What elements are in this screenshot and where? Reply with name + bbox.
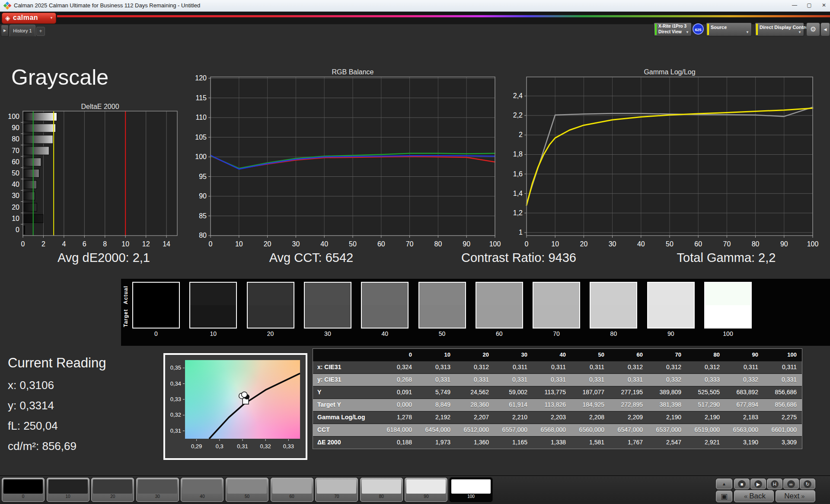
minimize-button[interactable]: — — [788, 0, 801, 11]
table-cell: 187,077 — [571, 386, 610, 399]
grayscale-pattern-button-90[interactable]: 90 — [405, 478, 447, 502]
table-cell: 0,331 — [417, 374, 456, 386]
svg-text:90: 90 — [780, 240, 788, 248]
grayscale-pattern-button-70[interactable]: 70 — [315, 478, 358, 502]
table-cell: 2,190 — [686, 411, 725, 424]
table-cell: 0,311 — [571, 361, 610, 373]
add-tab-button[interactable]: + — [36, 27, 45, 36]
swatch-actual — [705, 283, 751, 305]
table-cell: 113,775 — [533, 386, 571, 399]
svg-text:0,31: 0,31 — [170, 427, 181, 434]
swatch-actual — [248, 283, 294, 305]
tab-history-1[interactable]: History 1 — [10, 25, 35, 36]
pattern-level-label: 40 — [181, 494, 223, 499]
table-cell: 6560,000 — [571, 424, 610, 436]
settings-button[interactable]: ⚙ — [806, 22, 820, 36]
calman-menu-button[interactable]: ◈ calman ▼ — [2, 13, 56, 24]
table-cell: 0,312 — [610, 361, 648, 373]
grayscale-pattern-button-0[interactable]: 0 — [2, 478, 45, 502]
table-cell: 1,581 — [571, 437, 610, 449]
table-cell: 0,331 — [533, 374, 571, 386]
pattern-toolbar: ▲ ▣ ■ ▶ H ∞ ↻ 0102030405060708090100 — [0, 475, 830, 504]
grayscale-pattern-button-50[interactable]: 50 — [226, 478, 268, 502]
svg-text:4: 4 — [62, 240, 66, 248]
table-cell: 6519,000 — [686, 424, 725, 436]
table-cell: 0,331 — [610, 374, 648, 386]
table-column-header: 10 — [417, 349, 456, 361]
table-cell: 856,686 — [763, 399, 802, 411]
rainbow-strip — [57, 15, 830, 17]
swatch-50 — [418, 282, 466, 329]
grayscale-pattern-button-20[interactable]: 20 — [91, 478, 134, 502]
table-cell: 0,312 — [686, 361, 725, 373]
grayscale-pattern-button-10[interactable]: 10 — [47, 478, 89, 502]
tab-scroll-button[interactable]: ▶ — [1, 25, 9, 37]
table-row-label: Y — [313, 386, 379, 399]
swatch-actual — [533, 283, 579, 305]
grayscale-pattern-button-80[interactable]: 80 — [360, 478, 403, 502]
table-cell: 2,183 — [725, 411, 763, 424]
maximize-button[interactable]: ▢ — [802, 0, 816, 11]
svg-text:90: 90 — [12, 124, 19, 131]
svg-text:80: 80 — [199, 232, 207, 239]
table-cell: 1,973 — [417, 437, 456, 449]
swatch-actual — [419, 283, 465, 305]
svg-text:0,29: 0,29 — [191, 443, 202, 450]
table-column-header: 0 — [379, 349, 417, 361]
grayscale-pattern-button-60[interactable]: 60 — [271, 478, 313, 502]
meter-dropdown[interactable]: X-Rite i1Pro 3 Direct View ▼ — [654, 22, 692, 36]
swatch-level-label: 60 — [476, 330, 523, 337]
svg-text:20: 20 — [264, 240, 271, 248]
table-row-label: y: CIE31 — [313, 374, 379, 386]
pattern-window-button[interactable]: ▣ — [716, 491, 732, 502]
close-button[interactable]: ✕ — [817, 0, 830, 11]
grayscale-pattern-button-30[interactable]: 30 — [136, 478, 179, 502]
table-cell: 2,208 — [571, 411, 610, 424]
measure-mode-button[interactable]: H — [767, 478, 782, 489]
table-cell: 6601,000 — [763, 424, 802, 436]
grayscale-pattern-button-100[interactable]: 100 — [450, 478, 492, 502]
refresh-measure-button[interactable]: ↻ — [800, 478, 815, 489]
svg-text:0,32: 0,32 — [260, 443, 271, 450]
avg-cct-stat: Avg CCT: 6542 — [208, 251, 415, 270]
swatch-target — [305, 305, 351, 328]
table-cell: 2,203 — [533, 411, 571, 424]
swatch-actual — [362, 283, 408, 305]
table-cell: 113,826 — [533, 399, 571, 411]
table-cell: 6454,000 — [417, 424, 456, 436]
table-cell: 6563,000 — [725, 424, 763, 436]
stop-measure-button[interactable]: ■ — [734, 478, 750, 489]
swatch-level-label: 50 — [418, 330, 466, 337]
meter-name: X-Rite i1Pro 3 — [658, 24, 686, 29]
table-row-label: Target Y — [313, 399, 379, 411]
grayscale-swatch-strip: Actual Target 0102030405060708090100 — [121, 279, 830, 346]
table-cell: 0,312 — [456, 361, 494, 373]
table-corner-cell — [313, 349, 379, 361]
source-dropdown[interactable]: Source ▼ — [706, 22, 752, 36]
table-cell: 856,686 — [763, 386, 802, 399]
table-cell: 0,311 — [763, 361, 802, 373]
expand-toolbar-button[interactable]: ▲ — [716, 478, 732, 489]
svg-text:10: 10 — [551, 240, 559, 248]
continuous-measure-button[interactable]: ∞ — [783, 478, 799, 489]
table-cell: 0,313 — [417, 361, 456, 373]
swatch-target — [533, 305, 579, 328]
table-cell: 0,332 — [648, 374, 686, 386]
svg-text:50: 50 — [349, 240, 357, 248]
back-button[interactable]: «Back — [734, 490, 774, 502]
swatch-30 — [304, 282, 351, 329]
collapse-panel-button[interactable]: ◀ — [820, 22, 830, 36]
table-cell: 2,547 — [648, 437, 686, 449]
grayscale-pattern-button-40[interactable]: 40 — [181, 478, 223, 502]
single-measure-button[interactable]: ▶ — [750, 478, 766, 489]
svg-text:10: 10 — [121, 240, 129, 248]
source-label: Source — [711, 25, 727, 30]
table-cell: 0,188 — [379, 437, 417, 449]
swatch-actual — [133, 283, 179, 305]
table-cell: 1,767 — [610, 437, 648, 449]
table-column-header: 60 — [610, 349, 648, 361]
display-control-dropdown[interactable]: Direct Display Control ▼ — [755, 22, 804, 36]
table-cell: 2,207 — [456, 411, 494, 424]
swatch-level-label: 70 — [533, 330, 580, 337]
next-button[interactable]: Next» — [776, 490, 815, 502]
